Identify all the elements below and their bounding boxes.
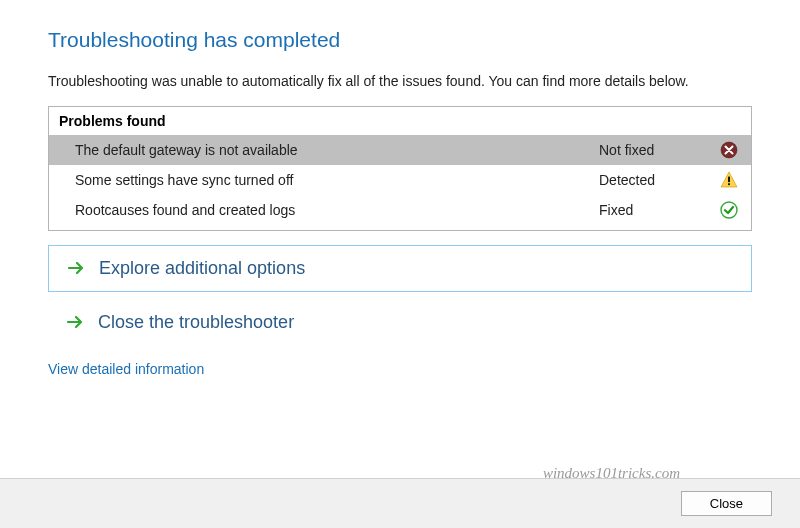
svg-rect-1 bbox=[728, 176, 730, 182]
close-troubleshooter-label: Close the troubleshooter bbox=[98, 312, 294, 333]
problem-description: The default gateway is not available bbox=[75, 142, 599, 158]
svg-rect-2 bbox=[728, 183, 730, 185]
problems-header: Problems found bbox=[49, 107, 751, 135]
problem-row[interactable]: Rootcauses found and created logs Fixed bbox=[49, 195, 751, 230]
problem-row[interactable]: Some settings have sync turned off Detec… bbox=[49, 165, 751, 195]
warning-icon bbox=[719, 170, 739, 190]
view-detailed-link[interactable]: View detailed information bbox=[48, 361, 204, 377]
problem-description: Rootcauses found and created logs bbox=[75, 202, 599, 218]
problems-panel: Problems found The default gateway is no… bbox=[48, 106, 752, 231]
close-troubleshooter-action[interactable]: Close the troubleshooter bbox=[48, 312, 752, 333]
description-text: Troubleshooting was unable to automatica… bbox=[48, 72, 752, 92]
footer-bar: Close bbox=[0, 478, 800, 528]
success-icon bbox=[719, 200, 739, 220]
problem-status: Detected bbox=[599, 172, 719, 188]
explore-options-action[interactable]: Explore additional options bbox=[48, 245, 752, 292]
problem-status: Not fixed bbox=[599, 142, 719, 158]
explore-options-label: Explore additional options bbox=[99, 258, 305, 279]
close-button[interactable]: Close bbox=[681, 491, 772, 516]
error-icon bbox=[719, 140, 739, 160]
page-title: Troubleshooting has completed bbox=[48, 28, 752, 52]
problem-status: Fixed bbox=[599, 202, 719, 218]
problem-description: Some settings have sync turned off bbox=[75, 172, 599, 188]
arrow-right-icon bbox=[66, 313, 84, 331]
problem-row[interactable]: The default gateway is not available Not… bbox=[49, 135, 751, 165]
svg-point-3 bbox=[721, 202, 737, 218]
arrow-right-icon bbox=[67, 259, 85, 277]
